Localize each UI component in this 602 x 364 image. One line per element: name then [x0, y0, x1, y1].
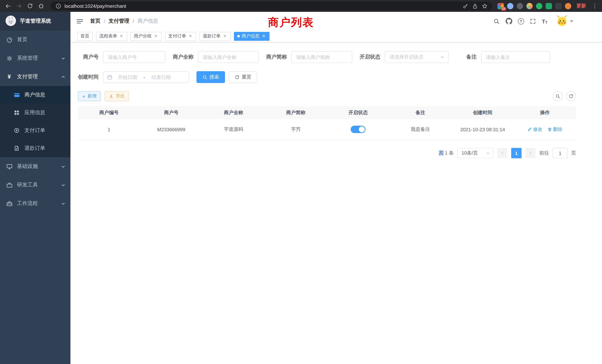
sidebar-item-merchant-info[interactable]: 商户信息	[0, 86, 70, 104]
chevron-left-icon	[500, 151, 505, 155]
extension-icon[interactable]	[565, 3, 571, 9]
date-start-input[interactable]	[114, 74, 141, 80]
full-name-input[interactable]	[198, 51, 259, 63]
delete-button[interactable]: 删除	[548, 126, 562, 132]
breadcrumb-separator: /	[133, 18, 134, 24]
tab-close-icon[interactable]: ✕	[261, 34, 266, 39]
extension-icon[interactable]	[507, 3, 513, 9]
github-icon[interactable]	[505, 18, 512, 24]
table-toolbar: + 新增 导出	[78, 91, 576, 101]
key-icon[interactable]	[462, 3, 469, 9]
fullscreen-icon[interactable]	[529, 18, 536, 24]
chevron-down-icon	[61, 56, 65, 60]
sidebar-item-refund-order[interactable]: 退款订单	[0, 139, 70, 157]
add-button-label: 新增	[87, 93, 96, 99]
short-name-input[interactable]	[291, 51, 352, 63]
extension-icon[interactable]: 10	[497, 3, 504, 9]
search-icon[interactable]	[493, 18, 500, 24]
tab-user-group[interactable]: 用户分组 ✕	[130, 32, 162, 41]
reset-button[interactable]: 重置	[229, 71, 257, 83]
page-1-button[interactable]: 1	[511, 148, 522, 158]
breadcrumb-payment[interactable]: 支付管理	[109, 18, 129, 24]
goto-input[interactable]	[553, 148, 568, 158]
update-button[interactable]: 更新	[574, 3, 588, 9]
tab-close-icon[interactable]: ✕	[119, 34, 124, 39]
sidebar-item-payment[interactable]: ¥ 支付管理	[0, 67, 70, 86]
hamburger-icon[interactable]	[76, 18, 83, 25]
reload-icon[interactable]	[26, 2, 34, 10]
toggle-search-button[interactable]	[553, 91, 563, 101]
extension-icon[interactable]	[546, 3, 552, 9]
extension-icon[interactable]	[526, 3, 533, 9]
status-toggle[interactable]	[351, 126, 366, 133]
share-icon[interactable]	[472, 3, 478, 9]
filter-short-name: 商户简称	[266, 51, 352, 63]
app-logo[interactable]: 芋道管理系统	[0, 12, 70, 30]
add-button[interactable]: + 新增	[78, 91, 101, 101]
tab-merchant-info[interactable]: 商户信息 ✕	[234, 32, 269, 41]
tab-pay-order[interactable]: 支付订单 ✕	[165, 32, 196, 41]
remark-input[interactable]	[481, 51, 550, 63]
breadcrumb-home[interactable]: 首页	[90, 18, 100, 24]
extension-icon[interactable]	[517, 3, 523, 9]
user-menu[interactable]	[556, 15, 573, 28]
breadcrumb: 首页 / 支付管理 / 商户信息	[90, 18, 158, 24]
pay-order-icon	[13, 127, 20, 134]
filter-full-name: 商户全称	[173, 51, 259, 63]
cell-full-name: 芋道源码	[202, 126, 265, 133]
date-end-input[interactable]	[147, 74, 175, 80]
tab-refund-order[interactable]: 退款订单 ✕	[199, 32, 231, 41]
help-icon[interactable]: ?	[518, 18, 524, 24]
tab-close-icon[interactable]: ✕	[222, 34, 227, 39]
screen: localhost:1024/pay/merchant 10 更新 ⋮	[0, 0, 602, 364]
bookmark-star-icon[interactable]	[481, 3, 488, 9]
merchant-no-input[interactable]	[103, 51, 165, 63]
browser-menu-icon[interactable]: ⋮	[591, 3, 598, 9]
tab-close-icon[interactable]: ✕	[153, 34, 158, 39]
export-button[interactable]: 导出	[105, 91, 129, 101]
grid-icon	[13, 109, 20, 116]
total-prefix: 共	[439, 150, 443, 156]
font-size-icon[interactable]: TT	[542, 18, 548, 24]
home-icon[interactable]	[37, 2, 45, 10]
date-range-picker[interactable]: -	[103, 71, 189, 83]
sidebar-item-infra[interactable]: 基础设施	[0, 157, 70, 176]
tab-process-form[interactable]: 流程表单 ✕	[96, 32, 127, 41]
create-time-label: 创建时间	[78, 74, 103, 80]
tab-label: 用户分组	[134, 33, 152, 39]
forward-icon[interactable]	[15, 2, 23, 10]
tab-close-icon[interactable]: ✕	[188, 34, 193, 39]
sidebar-item-label: 系统管理	[17, 55, 38, 62]
gear-icon	[6, 55, 13, 62]
sidebar-item-home[interactable]: 首页	[0, 30, 70, 49]
cell-status	[327, 126, 389, 133]
prev-page-button[interactable]	[497, 148, 507, 158]
main-area: 首页 / 支付管理 / 商户信息 商户列表 ?	[70, 12, 602, 364]
status-select[interactable]: 请选择开启状态	[385, 51, 449, 63]
search-button[interactable]: 搜索	[196, 71, 225, 83]
url-text[interactable]: localhost:1024/pay/merchant	[64, 3, 459, 9]
briefcase-icon	[6, 200, 13, 207]
filter-remark: 备注	[456, 51, 550, 63]
chevron-down-icon	[61, 164, 65, 169]
sidebar-item-label: 首页	[17, 36, 27, 43]
sidebar-item-pay-order[interactable]: 支付订单	[0, 122, 70, 139]
sidebar-item-system[interactable]: 系统管理	[0, 49, 70, 67]
page-size-select[interactable]: 10条/页	[457, 148, 493, 158]
address-bar[interactable]: localhost:1024/pay/merchant	[50, 1, 492, 10]
next-page-button[interactable]	[525, 148, 536, 158]
edit-button[interactable]: 修改	[527, 126, 542, 132]
sidebar-item-app-info[interactable]: 应用信息	[0, 104, 70, 122]
back-icon[interactable]	[4, 2, 12, 10]
pencil-icon	[527, 127, 532, 132]
extension-icon[interactable]	[536, 3, 542, 9]
extension-icon[interactable]	[555, 3, 562, 9]
tab-home[interactable]: 首页	[77, 32, 93, 41]
search-icon	[555, 94, 560, 99]
refresh-button[interactable]	[566, 91, 576, 101]
sidebar-item-label: 商户信息	[24, 92, 45, 98]
site-info-icon[interactable]	[55, 3, 62, 9]
sidebar-item-workflow[interactable]: 工作流程	[0, 194, 70, 213]
pagination: 共 1 条 10条/页 1	[78, 148, 576, 158]
sidebar-item-devtools[interactable]: 研发工具	[0, 176, 70, 194]
